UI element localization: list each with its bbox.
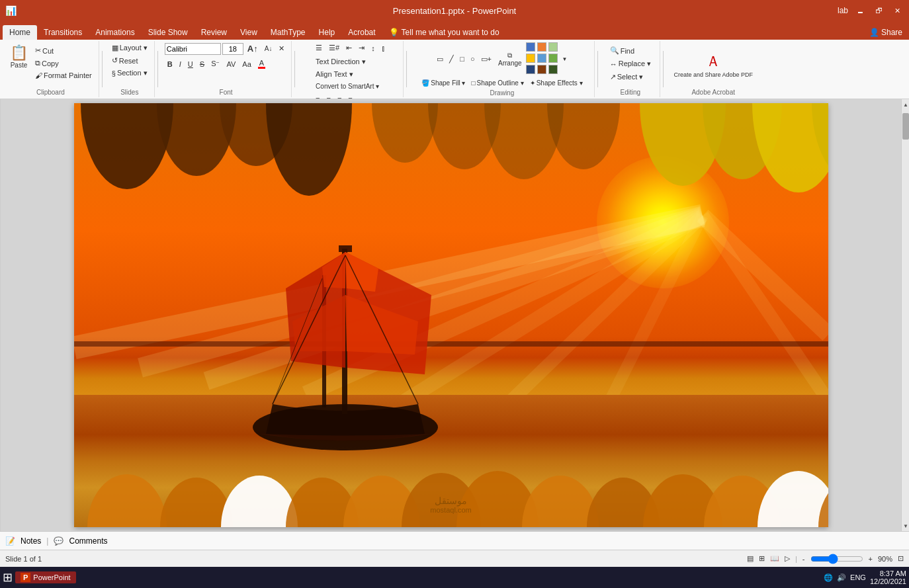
create-share-pdf-button[interactable]: Ａ Create and Share Adobe PDF	[670, 50, 756, 80]
arrange-button[interactable]: ⧉ Arrange	[495, 50, 525, 69]
increase-font-size-button[interactable]: A↑	[245, 42, 261, 55]
shape-circle-button[interactable]: ○	[468, 54, 478, 64]
normal-view-button[interactable]: ▤	[747, 554, 754, 563]
zoom-out-button[interactable]: -	[802, 555, 805, 563]
slide-number-label: Slide 1 of 1	[5, 555, 42, 563]
italic-button[interactable]: I	[177, 59, 184, 69]
fit-slide-button[interactable]: ⊡	[898, 554, 904, 563]
tab-tell-me[interactable]: 💡 Tell me what you want to do	[382, 25, 506, 40]
shape-line-button[interactable]: ╱	[447, 54, 456, 65]
shape-outline-button[interactable]: □ Shape Outline ▾	[468, 78, 526, 88]
close-button[interactable]: ✕	[890, 4, 904, 17]
find-button[interactable]: 🔍 Find	[607, 45, 637, 56]
zoom-slider[interactable]	[810, 555, 863, 563]
reading-view-button[interactable]: 📖	[770, 554, 779, 563]
select-button[interactable]: ↗ Select ▾	[607, 71, 646, 83]
replace-button[interactable]: ↔ Replace ▾	[607, 58, 654, 69]
zoom-level-label: 90%	[878, 555, 892, 563]
horizon-line	[74, 341, 828, 347]
qs-item[interactable]	[537, 42, 546, 52]
section-icon: §	[112, 69, 116, 77]
shape-rect-button[interactable]: ▭	[434, 54, 446, 65]
restore-button[interactable]: 🗗	[872, 4, 885, 17]
convert-smartart-button[interactable]: Convert to SmartArt ▾	[313, 81, 382, 91]
paste-button[interactable]: 📋 Paste	[7, 42, 31, 71]
increase-indent-button[interactable]: ⇥	[356, 42, 367, 54]
shape-effects-button[interactable]: ✦ Shape Effects ▾	[527, 78, 585, 88]
tab-mathtype[interactable]: MathType	[264, 25, 312, 40]
scroll-down-arrow[interactable]: ▼	[902, 521, 909, 531]
qs-item[interactable]	[548, 42, 558, 52]
decrease-indent-button[interactable]: ⇤	[343, 42, 355, 54]
scroll-thumb[interactable]	[902, 113, 909, 140]
sep6	[663, 51, 664, 87]
bullets-button[interactable]: ☰	[313, 42, 325, 54]
drawing-group: ▭ ╱ □ ○ ▭+ ⧉ Arrange	[410, 41, 595, 97]
fill-icon: 🪣	[421, 79, 429, 87]
tab-view[interactable]: View	[234, 25, 264, 40]
notes-label[interactable]: Notes	[21, 536, 41, 546]
bold-button[interactable]: B	[165, 59, 175, 69]
comments-icon: 💬	[54, 536, 64, 546]
user-label: lab	[838, 6, 848, 15]
strikethrough-button[interactable]: S	[197, 59, 207, 69]
reset-button[interactable]: ↺ Reset	[109, 55, 141, 66]
minimize-button[interactable]: 🗕	[853, 4, 867, 17]
shape-fill-button[interactable]: 🪣 Shape Fill ▾	[419, 78, 468, 88]
format-painter-icon: 🖌	[35, 71, 42, 79]
adobe-icon: Ａ	[706, 52, 720, 71]
zoom-in-button[interactable]: +	[869, 555, 873, 563]
qs-item[interactable]	[526, 54, 535, 63]
text-direction-button[interactable]: Text Direction ▾	[313, 56, 368, 67]
qs-item[interactable]	[548, 65, 558, 74]
clear-formatting-button[interactable]: ✕	[276, 43, 287, 54]
shape-more-button[interactable]: ▭+	[478, 54, 494, 65]
tab-review[interactable]: Review	[195, 25, 234, 40]
taskbar-powerpoint[interactable]: P PowerPoint	[15, 571, 76, 583]
speaker-icon: 🔊	[837, 573, 846, 582]
text-shadow-button[interactable]: S⁻	[208, 58, 222, 69]
quick-styles-expand[interactable]: ▼	[560, 55, 570, 63]
tab-acrobat[interactable]: Acrobat	[341, 25, 382, 40]
qs-item[interactable]	[537, 65, 546, 74]
share-button[interactable]: 👤 Share	[863, 25, 909, 40]
section-button[interactable]: § Section ▾	[109, 67, 150, 79]
qs-item[interactable]	[526, 65, 535, 74]
tab-transitions[interactable]: Transitions	[37, 25, 89, 40]
layout-button[interactable]: ▦ Layout ▾	[109, 42, 150, 54]
main-area: موستقل mostaql.com ▲ ▼	[0, 99, 909, 531]
comments-label[interactable]: Comments	[69, 536, 107, 546]
shape-rect2-button[interactable]: □	[457, 54, 467, 64]
qs-item[interactable]	[537, 54, 546, 63]
tab-help[interactable]: Help	[312, 25, 342, 40]
decrease-font-size-button[interactable]: A↓	[262, 44, 275, 54]
vertical-scrollbar[interactable]: ▲ ▼	[901, 99, 909, 531]
status-bar: Slide 1 of 1 ▤ ⊞ 📖 ▷ | - + 90% ⊡	[0, 550, 909, 567]
slide-sorter-button[interactable]: ⊞	[759, 554, 765, 563]
font-color-button[interactable]: A	[255, 58, 268, 70]
tab-animations[interactable]: Animations	[89, 25, 141, 40]
network-icon: 🌐	[824, 573, 833, 582]
copy-button[interactable]: ⧉ Copy	[32, 58, 95, 69]
change-case-button[interactable]: Aa	[239, 59, 253, 69]
underline-button[interactable]: U	[185, 59, 196, 69]
select-icon: ↗	[610, 73, 616, 81]
font-name-input[interactable]	[165, 43, 221, 55]
line-spacing-button[interactable]: ↕	[368, 43, 378, 54]
slide-show-button[interactable]: ▷	[785, 554, 790, 563]
scroll-up-arrow[interactable]: ▲	[902, 99, 909, 110]
qs-item[interactable]	[526, 42, 535, 52]
numbering-button[interactable]: ☰#	[326, 42, 342, 54]
char-spacing-button[interactable]: AV	[224, 59, 239, 69]
align-text-button[interactable]: Align Text ▾	[313, 69, 356, 80]
cut-button[interactable]: ✂ Cut	[32, 45, 95, 56]
tab-home[interactable]: Home	[3, 25, 37, 40]
qs-item[interactable]	[548, 54, 558, 63]
taskbar: ⊞ P PowerPoint 🌐 🔊 ENG 8:37 AM 12/20/202…	[0, 567, 909, 588]
font-size-input[interactable]	[222, 43, 243, 55]
slides-group: ▦ Layout ▾ ↺ Reset § Section ▾ Slides	[105, 41, 155, 97]
format-painter-button[interactable]: 🖌 Format Painter	[32, 70, 95, 81]
start-button[interactable]: ⊞	[3, 570, 13, 585]
columns-button[interactable]: ⫿	[379, 43, 388, 54]
tab-slideshow[interactable]: Slide Show	[142, 25, 195, 40]
